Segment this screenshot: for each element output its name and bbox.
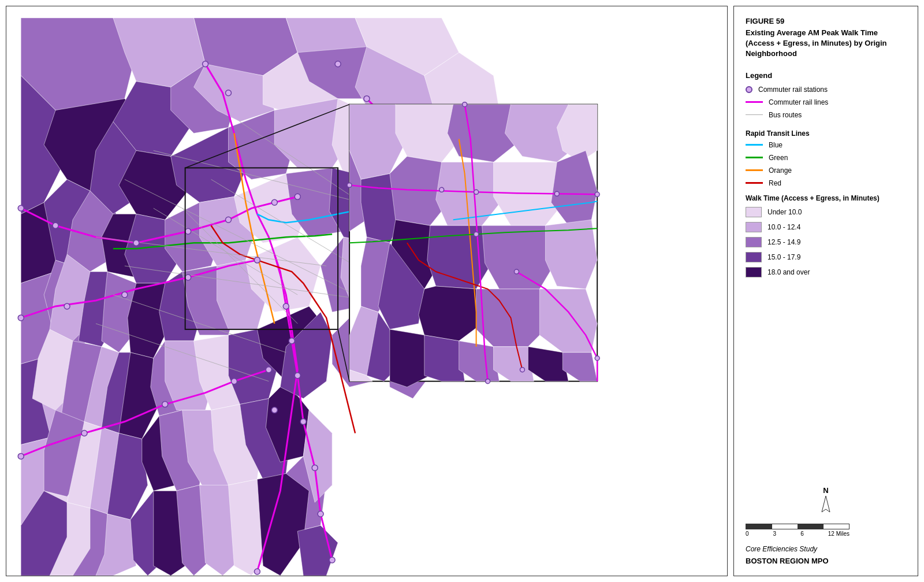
svg-point-111 [185,275,191,280]
legend-label-stations: Commuter rail stations [758,86,828,94]
svg-point-114 [289,338,295,344]
svg-marker-162 [390,329,430,387]
rail-line-color [746,101,763,103]
svg-point-128 [133,240,139,246]
svg-point-126 [225,217,231,223]
svg-point-174 [439,187,444,192]
svg-point-123 [231,379,237,384]
legend-item-blue: Blue [746,141,906,149]
blue-line-symbol [746,144,763,146]
sidebar: FIGURE 59 Existing Average AM Peak Walk … [733,6,918,576]
organization-name: BOSTON REGION MPO [746,557,906,565]
svg-point-105 [295,194,300,199]
blue-line-color [746,144,763,146]
walk-time-title: Walk Time (Access + Egress, in Minutes) [746,194,906,202]
svg-point-121 [81,431,87,436]
svg-point-176 [595,192,599,197]
label-12-14: 12.5 - 14.9 [767,238,800,246]
svg-point-173 [347,183,352,187]
rapid-transit-title: Rapid Transit Lines [746,129,906,138]
legend-label-rail-lines: Commuter rail lines [769,98,828,106]
legend-item-15-17: 15.0 - 17.9 [746,252,906,262]
svg-point-109 [64,303,70,309]
bus-line-symbol [746,114,763,115]
svg-point-171 [474,232,479,236]
red-line-symbol [746,182,763,184]
legend-item-12-14: 12.5 - 14.9 [746,237,906,247]
svg-point-113 [283,303,289,309]
svg-point-169 [463,102,467,107]
legend-item-stations: Commuter rail stations [746,86,906,94]
rail-line-symbol [746,101,763,103]
north-arrow-container: N [746,486,906,518]
svg-point-129 [53,223,58,228]
red-line-color [746,182,763,184]
svg-point-130 [271,407,277,413]
svg-point-118 [318,511,323,517]
svg-point-132 [225,90,231,96]
svg-point-122 [162,402,168,407]
label-10-12: 10.0 - 12.4 [767,223,800,231]
north-letter: N [823,486,828,495]
svg-point-120 [18,453,24,459]
svg-point-172 [486,379,490,384]
green-line-symbol [746,157,763,158]
color-box-under10 [746,207,762,217]
walk-time-section: Walk Time (Access + Egress, in Minutes) … [746,194,906,282]
svg-point-110 [122,292,128,298]
svg-point-117 [312,465,318,470]
legend-item-under10: Under 10.0 [746,207,906,217]
svg-point-115 [295,373,300,379]
svg-point-175 [554,191,559,196]
svg-point-119 [329,557,335,563]
svg-point-124 [266,367,271,373]
color-box-18-over [746,267,762,277]
north-arrow-icon [817,495,834,518]
legend-label-red: Red [769,179,781,187]
legend-title: Legend [746,71,906,80]
svg-point-116 [300,419,306,425]
color-box-12-14 [746,237,762,247]
orange-line-color [746,169,763,171]
scale-label-12: 12 Miles [828,531,850,537]
study-name: Core Efficiencies Study [746,545,906,553]
station-symbol [746,86,752,93]
orange-line-symbol [746,169,763,171]
legend-item-orange: Orange [746,166,906,175]
svg-point-127 [185,228,191,234]
legend-item-rail-lines: Commuter rail lines [746,98,906,106]
figure-number: FIGURE 59 [746,17,906,25]
label-15-17: 15.0 - 17.9 [767,253,800,261]
svg-marker-183 [822,496,830,512]
legend-label-bus: Bus routes [769,111,802,119]
scale-bar-graphic [746,524,906,529]
legend-label-green: Green [769,154,788,162]
legend-item-green: Green [746,154,906,162]
legend-label-blue: Blue [769,141,783,149]
svg-point-170 [474,190,479,194]
scale-label-6: 6 [800,531,804,537]
svg-point-103 [18,205,24,211]
svg-point-106 [364,96,370,102]
svg-point-131 [254,569,260,574]
scale-label-3: 3 [773,531,777,537]
legend-label-orange: Orange [769,166,792,175]
scale-label-0: 0 [746,531,749,537]
scale-bar: 0 3 6 12 Miles [746,524,906,537]
svg-point-125 [271,199,277,205]
legend-item-18-over: 18.0 and over [746,267,906,277]
svg-point-179 [520,368,524,372]
label-under10: Under 10.0 [767,208,802,216]
label-18-over: 18.0 and over [767,268,810,276]
map-area [6,6,728,576]
svg-point-104 [203,61,208,67]
svg-point-112 [254,257,260,263]
svg-marker-163 [424,335,465,381]
scale-labels: 0 3 6 12 Miles [746,531,850,537]
legend-item-bus: Bus routes [746,111,906,119]
station-dot [746,86,752,93]
svg-point-178 [595,356,599,361]
bus-line-color [746,114,763,115]
svg-point-108 [18,315,24,321]
green-line-color [746,157,763,158]
